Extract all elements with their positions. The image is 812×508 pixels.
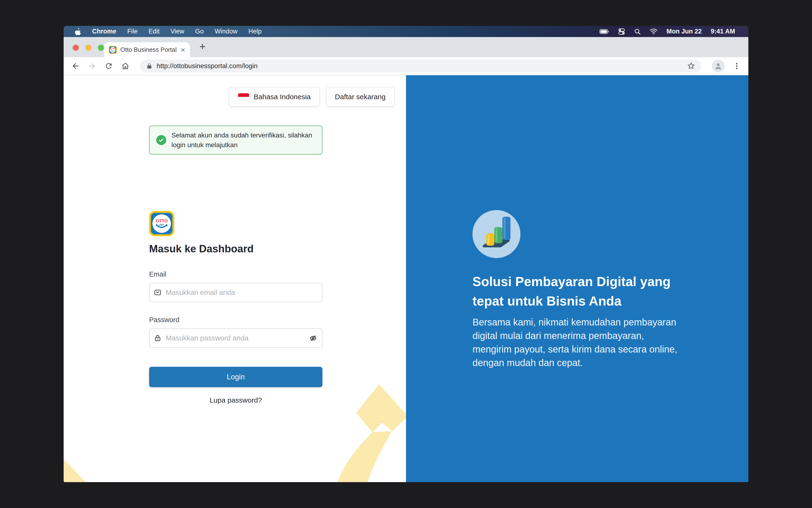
menubar-item-view[interactable]: View [170, 28, 184, 35]
address-bar[interactable]: http://ottobusinessportal.com/login [140, 59, 701, 72]
menubar-date[interactable]: Mon Jun 22 [667, 28, 702, 35]
padlock-icon[interactable] [146, 63, 153, 69]
success-alert: Selamat akun anda sudah terverifikasi, s… [149, 126, 323, 155]
window-minimize-button[interactable] [85, 45, 91, 51]
forgot-password-link[interactable]: Lupa password? [149, 396, 323, 404]
url-text: http://ottobusinessportal.com/login [157, 62, 258, 70]
email-field-wrap [149, 283, 323, 302]
back-icon[interactable] [71, 62, 80, 70]
profile-avatar-icon[interactable] [712, 59, 725, 72]
macos-menubar: Chrome File Edit View Go Window Help Mon… [63, 26, 749, 37]
ottopay-logo: OTTO PAY [149, 211, 174, 236]
register-button[interactable]: Daftar sekarang [326, 87, 395, 107]
bar-chart-illustration [472, 210, 520, 258]
menubar-item-file[interactable]: File [127, 28, 138, 35]
yellow-corner-graphic [63, 458, 85, 482]
apple-logo-icon[interactable] [75, 28, 81, 35]
promo-body: Bersama kami, nikmati kemudahan pembayar… [472, 315, 705, 370]
email-label: Email [149, 270, 166, 278]
indonesia-flag-icon [238, 93, 249, 101]
tab-favicon: OTTO [109, 46, 117, 54]
password-field-wrap [149, 328, 323, 348]
control-center-icon[interactable] [618, 28, 625, 35]
success-alert-message: Selamat akun anda sudah terverifikasi, s… [171, 130, 312, 150]
promo-panel: Solusi Pembayaran Digital yang tepat unt… [406, 75, 749, 482]
menu-dots-icon[interactable] [733, 62, 741, 70]
mail-icon [154, 289, 162, 296]
forward-icon[interactable] [88, 62, 96, 70]
wifi-icon[interactable] [650, 29, 657, 35]
login-button[interactable]: Login [149, 367, 323, 387]
chrome-tab-strip: OTTO Otto Business Portal × + [63, 37, 749, 57]
lock-icon [154, 334, 162, 342]
menubar-time[interactable]: 9:41 AM [711, 28, 735, 35]
language-button-label: Bahasa Indonesia [254, 93, 310, 101]
login-heading: Masuk ke Dashboard [149, 243, 254, 255]
tab-title: Otto Business Portal [120, 46, 177, 53]
menubar-item-edit[interactable]: Edit [148, 28, 160, 35]
logo-otto-text: OTTO [156, 218, 168, 223]
window-zoom-button[interactable] [98, 45, 104, 51]
language-button[interactable]: Bahasa Indonesia [229, 87, 319, 107]
menubar-item-help[interactable]: Help [248, 28, 262, 35]
register-button-label: Daftar sekarang [335, 93, 386, 101]
tab-close-icon[interactable]: × [181, 46, 185, 54]
email-input[interactable] [149, 283, 323, 302]
browser-tab[interactable]: OTTO Otto Business Portal × [104, 42, 190, 57]
password-input[interactable] [149, 328, 323, 348]
chrome-toolbar: http://ottobusinessportal.com/login [63, 57, 749, 75]
spotlight-search-icon[interactable] [634, 28, 641, 35]
new-tab-button[interactable]: + [200, 41, 206, 52]
battery-icon [599, 29, 609, 34]
home-icon[interactable] [121, 62, 130, 70]
page-content: Bahasa Indonesia Daftar sekarang Selamat… [63, 75, 749, 482]
yellow-arrow-graphic [320, 382, 406, 482]
macos-screen: Chrome File Edit View Go Window Help Mon… [63, 26, 749, 482]
window-close-button[interactable] [73, 45, 79, 51]
bookmark-star-icon[interactable] [687, 62, 695, 70]
check-circle-icon [156, 135, 166, 145]
menubar-item-window[interactable]: Window [215, 28, 238, 35]
menubar-app-name[interactable]: Chrome [92, 28, 116, 35]
promo-heading: Solusi Pembayaran Digital yang tepat unt… [472, 272, 710, 311]
logo-pay-text: PAY [159, 224, 164, 226]
toggle-password-visibility-icon[interactable] [309, 334, 317, 342]
reload-icon[interactable] [104, 62, 113, 70]
menubar-item-go[interactable]: Go [195, 28, 204, 35]
login-panel: Bahasa Indonesia Daftar sekarang Selamat… [63, 75, 406, 482]
password-label: Password [149, 316, 179, 324]
